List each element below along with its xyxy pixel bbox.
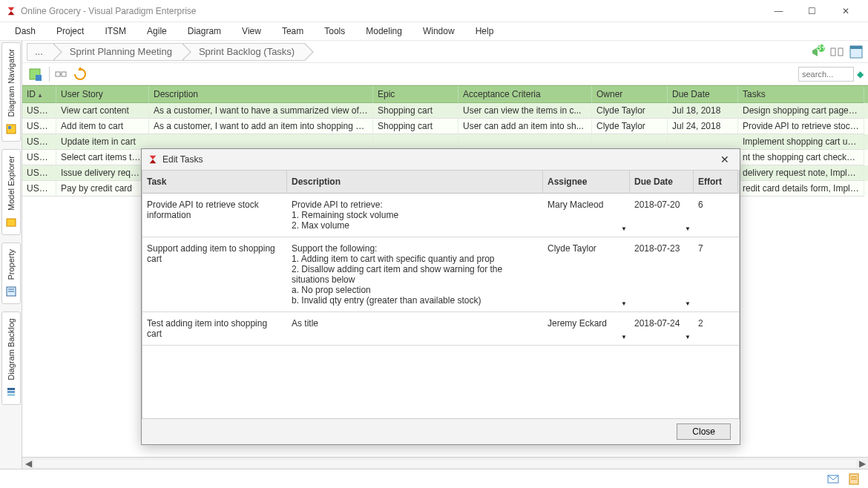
col-acceptance-criteria[interactable]: Acceptance Criteria bbox=[458, 86, 592, 103]
cell-story: View cart content bbox=[56, 103, 149, 119]
svg-rect-20 bbox=[62, 72, 66, 76]
toolbar-divider bbox=[49, 67, 50, 82]
cell-epic bbox=[373, 134, 458, 150]
cell-task[interactable]: Provide API to retrieve stock informatio… bbox=[142, 194, 287, 237]
col-description[interactable]: Description bbox=[149, 86, 373, 103]
link-icon[interactable] bbox=[53, 66, 69, 82]
assignee-dropdown-icon[interactable]: ▼ bbox=[621, 334, 627, 340]
due-date-dropdown-icon[interactable]: ▼ bbox=[685, 225, 691, 232]
close-button[interactable]: Close bbox=[677, 423, 731, 440]
cell-id: US027 bbox=[22, 134, 56, 150]
col-due-date[interactable]: Due Date bbox=[668, 86, 738, 103]
col-tasks[interactable]: Tasks bbox=[738, 86, 864, 103]
cell-effort[interactable]: 7 bbox=[694, 237, 738, 311]
menu-view[interactable]: View bbox=[231, 22, 272, 40]
col-epic[interactable]: Epic bbox=[373, 86, 458, 103]
table-row[interactable]: US027Update item in cartImplement shoppi… bbox=[22, 134, 868, 150]
task-row[interactable]: Support adding item to shopping cartSupp… bbox=[142, 237, 739, 312]
cell-effort[interactable]: 6 bbox=[694, 194, 738, 237]
note-icon[interactable] bbox=[847, 472, 861, 486]
search-input[interactable] bbox=[798, 67, 854, 82]
mcol-effort[interactable]: Effort bbox=[694, 171, 738, 194]
menu-itsm[interactable]: ITSM bbox=[94, 22, 137, 40]
breadcrumb-root[interactable]: ... bbox=[27, 43, 54, 61]
mcol-assignee[interactable]: Assignee bbox=[543, 171, 630, 194]
menu-project[interactable]: Project bbox=[46, 22, 94, 40]
task-row[interactable]: Provide API to retrieve stock informatio… bbox=[142, 194, 739, 237]
cell-tasks: redit card details form, Imple... bbox=[738, 181, 864, 197]
svg-rect-9 bbox=[7, 391, 15, 393]
close-window-button[interactable]: ✕ bbox=[829, 0, 862, 22]
menu-team[interactable]: Team bbox=[272, 22, 314, 40]
cell-due-date[interactable]: 2018-07-24▼ bbox=[630, 312, 694, 345]
cell-desc: As a customer, I want to add an item int… bbox=[149, 119, 373, 134]
due-date-dropdown-icon[interactable]: ▼ bbox=[685, 334, 691, 340]
cell-description[interactable]: Support the following: 1. Adding item to… bbox=[287, 237, 543, 311]
minimize-button[interactable]: — bbox=[762, 0, 795, 22]
mail-icon[interactable] bbox=[826, 472, 840, 486]
cell-due-date[interactable]: 2018-07-20▼ bbox=[630, 194, 694, 237]
due-date-dropdown-icon[interactable]: ▼ bbox=[685, 300, 691, 307]
cell-assignee[interactable]: Jeremy Eckard▼ bbox=[543, 312, 630, 345]
sidetabs: Diagram Navigator Model Explorer Propert… bbox=[0, 41, 22, 469]
menu-tools[interactable]: Tools bbox=[314, 22, 355, 40]
property-icon bbox=[5, 286, 17, 297]
cell-effort[interactable]: 2 bbox=[694, 312, 738, 345]
assignee-dropdown-icon[interactable]: ▼ bbox=[621, 300, 627, 307]
cell-assignee[interactable]: Mary Macleod▼ bbox=[543, 194, 630, 237]
cell-description[interactable]: Provide API to retrieve: 1. Remaining st… bbox=[287, 194, 543, 237]
cell-tasks: delivery request note, Imple... bbox=[738, 165, 864, 181]
menu-agile[interactable]: Agile bbox=[137, 22, 177, 40]
cell-ac: User can add an item into sh... bbox=[458, 119, 592, 134]
mcol-due-date[interactable]: Due Date bbox=[630, 171, 694, 194]
menu-help[interactable]: Help bbox=[465, 22, 504, 40]
cell-story: Issue delivery request bbox=[56, 165, 149, 181]
sidetab-diagram-navigator[interactable]: Diagram Navigator bbox=[1, 42, 21, 142]
grid-header: ID▲ User Story Description Epic Acceptan… bbox=[22, 85, 868, 103]
cell-description[interactable]: As title bbox=[287, 312, 543, 345]
cell-due: Jul 18, 2018 bbox=[668, 103, 738, 119]
model-explorer-icon bbox=[5, 217, 17, 228]
col-owner[interactable]: Owner bbox=[592, 86, 668, 103]
menu-modeling[interactable]: Modeling bbox=[355, 22, 412, 40]
cell-desc bbox=[149, 134, 373, 150]
cell-story: Pay by credit card bbox=[56, 181, 149, 197]
mcol-description[interactable]: Description bbox=[287, 171, 543, 194]
cell-due-date[interactable]: 2018-07-23▼ bbox=[630, 237, 694, 311]
col-id[interactable]: ID▲ bbox=[22, 86, 56, 103]
sidetab-model-explorer[interactable]: Model Explorer bbox=[1, 149, 21, 235]
dialog-close-icon[interactable]: ✕ bbox=[716, 152, 734, 167]
cell-story: Update item in cart bbox=[56, 134, 149, 150]
scroll-right-icon[interactable]: ▶ bbox=[856, 458, 868, 469]
cell-id: US025 bbox=[22, 103, 56, 119]
menu-window[interactable]: Window bbox=[412, 22, 465, 40]
assignee-dropdown-icon[interactable]: ▼ bbox=[621, 225, 627, 232]
sidetab-property[interactable]: Property bbox=[1, 243, 21, 305]
horizontal-scrollbar[interactable]: ◀ ▶ bbox=[22, 457, 868, 469]
svg-rect-14 bbox=[838, 48, 843, 56]
cell-task[interactable]: Support adding item to shopping cart bbox=[142, 237, 287, 311]
table-row[interactable]: US025View cart contentAs a customer, I w… bbox=[22, 103, 868, 119]
svg-text:3+: 3+ bbox=[816, 44, 825, 53]
breadcrumb-current[interactable]: Sprint Backlog (Tasks) bbox=[183, 43, 306, 61]
scroll-left-icon[interactable]: ◀ bbox=[22, 458, 34, 469]
search-go-icon[interactable]: ◆ bbox=[857, 69, 864, 79]
cell-story: Select cart items to ch bbox=[56, 150, 149, 165]
table-row[interactable]: US026Add item to cartAs a customer, I wa… bbox=[22, 119, 868, 134]
sidetab-diagram-backlog[interactable]: Diagram Backlog bbox=[1, 311, 21, 405]
mcol-task[interactable]: Task bbox=[142, 171, 287, 194]
cell-assignee[interactable]: Clyde Taylor▼ bbox=[543, 237, 630, 311]
maximize-button[interactable]: ☐ bbox=[795, 0, 829, 22]
breadcrumb-parent[interactable]: Sprint Planning Meeting bbox=[54, 43, 183, 61]
menu-dash[interactable]: Dash bbox=[4, 22, 46, 40]
col-user-story[interactable]: User Story bbox=[56, 86, 149, 103]
announcement-icon[interactable]: 3+ bbox=[810, 44, 825, 59]
new-item-icon[interactable] bbox=[27, 66, 43, 82]
layout-icon[interactable] bbox=[849, 44, 864, 59]
menubar: Dash Project ITSM Agile Diagram View Tea… bbox=[0, 22, 868, 41]
menu-diagram[interactable]: Diagram bbox=[177, 22, 231, 40]
switch-view-icon[interactable] bbox=[829, 44, 844, 59]
cell-task[interactable]: Test adding item into shopping cart bbox=[142, 312, 287, 345]
refresh-icon[interactable] bbox=[72, 66, 88, 82]
task-row[interactable]: Test adding item into shopping cartAs ti… bbox=[142, 312, 739, 346]
